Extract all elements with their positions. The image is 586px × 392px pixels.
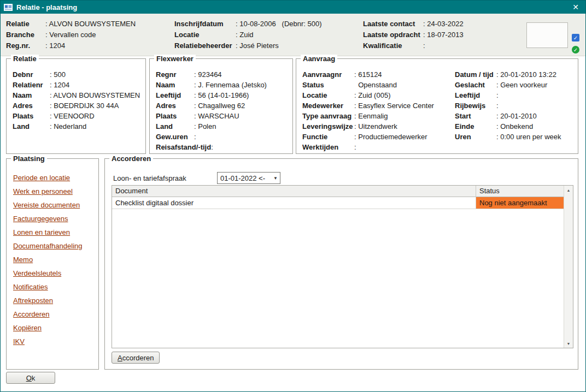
loon-tariefafspraak-select[interactable]: 01-01-2022 <- ▼ (217, 172, 280, 184)
header-field: Inschrijfdatum: 10-08-2006 (Debnr: 500) (174, 19, 322, 29)
ok-button[interactable]: Ok (6, 372, 55, 384)
column-header-status[interactable]: Status (476, 186, 564, 197)
selected-option: 01-01-2022 <- (218, 174, 271, 182)
header-field: Branche: Vervallen code (6, 29, 136, 40)
field-label: Relatiebeheerder (174, 40, 236, 51)
field-label: Plaats (13, 111, 50, 121)
field-label: Laatste contact (363, 19, 423, 29)
plaatsing-link-vereiste-documenten[interactable]: Vereiste documenten (13, 201, 98, 209)
field-value: : Polen (194, 122, 216, 130)
table-row[interactable]: Checklist digitaal dossier Nog niet aang… (112, 197, 564, 209)
chevron-down-icon: ▼ (271, 176, 280, 181)
field-value: : ALVON BOUWSYSTEMEN (50, 91, 140, 99)
field-row: Medewerker: Easyflex Service Center (302, 100, 434, 111)
field-row: Status Openstaand (302, 80, 434, 90)
document-table: Document Status Checklist digitaal dossi… (112, 185, 573, 348)
field-label: Locatie (174, 29, 236, 40)
relatie-fields: Debnr: 500 Relatienr: 1204 Naam: ALVON B… (7, 59, 145, 132)
plaatsing-link-periode-en-locatie[interactable]: Periode en locatie (13, 174, 98, 181)
field-row: Naam: J. Fennemaa (Jetsko) (156, 80, 288, 90)
field-row: Leeftijd: 56 (14-01-1966) (156, 90, 288, 100)
field-label: Start (455, 111, 496, 121)
field-row: Relatienr: 1204 (13, 80, 141, 90)
field-value: : 615124 (354, 70, 382, 79)
plaatsing-link-kopieren[interactable]: Kopiëren (13, 324, 98, 331)
plaatsing-link-notificaties[interactable]: Notificaties (13, 283, 98, 290)
plaatsing-link-aftrekposten[interactable]: Aftrekposten (13, 297, 98, 304)
plaatsing-link-verdeelsleutels[interactable]: Verdeelsleutels (13, 270, 98, 277)
field-label: Regnr (156, 69, 194, 80)
field-label: Gew.uren (156, 132, 194, 142)
field-label: Land (13, 121, 50, 132)
field-label: Branche (6, 29, 45, 40)
dialog-relatie-plaatsing: Relatie - plaatsing ✕ Relatie: ALVON BOU… (0, 0, 586, 392)
field-row: Regnr: 923464 (156, 69, 288, 80)
plaatsing-link-memo[interactable]: Memo (13, 256, 98, 263)
flexwerker-fields: Regnr: 923464 Naam: J. Fennemaa (Jetsko)… (150, 59, 292, 152)
field-label: Relatienr (13, 80, 50, 90)
vertical-scrollbar[interactable]: ▲ ▼ (564, 186, 573, 348)
field-label: Plaats (156, 111, 194, 121)
plaatsing-link-documentafhandeling[interactable]: Documentafhandeling (13, 242, 98, 250)
field-label: Leveringswijze (302, 121, 354, 132)
field-row: Locatie: Zuid (005) (302, 90, 434, 100)
field-label: Type aanvraag (302, 111, 354, 121)
group-flexwerker: Flexwerker Regnr: 923464 Naam: J. Fennem… (149, 58, 293, 154)
field-value: : (496, 102, 499, 110)
group-accorderen: Accorderen Loon- en tariefafspraak 01-01… (104, 158, 578, 370)
field-value: : Zuid (005) (354, 91, 390, 99)
field-value: : 20-01-2010 (496, 112, 537, 120)
field-row: Plaats: WARSCHAU (156, 111, 288, 121)
accorderen-button[interactable]: Accorderen (112, 352, 160, 364)
field-value: : Zuid (236, 31, 254, 39)
field-value: : Geen voorkeur (496, 81, 547, 89)
field-row: Rijbewijs: (455, 100, 561, 111)
field-label: Status (302, 80, 354, 90)
green-check-icon[interactable]: ✓ (572, 46, 579, 54)
field-label: Functie (302, 132, 354, 142)
button-label: Ok (12, 373, 49, 383)
relation-summary-header: Relatie: ALVON BOUWSYSTEMEN Branche: Ver… (1, 14, 585, 56)
field-value: : 56 (14-01-1966) (194, 91, 249, 99)
titlebar: Relatie - plaatsing ✕ (1, 1, 585, 14)
aanvraag-right-fields: Datum / tijd: 20-01-2010 13:22 Geslacht:… (455, 69, 561, 142)
fieldset-legend: Plaatsing (11, 155, 47, 163)
field-label: Reg.nr. (6, 40, 45, 51)
field-value: : Productiemedewerker (354, 133, 427, 141)
photo-placeholder (526, 22, 568, 48)
field-value: : 0:00 uren per week (496, 133, 561, 141)
field-value: : (194, 133, 196, 141)
plaatsing-link-accorderen[interactable]: Accorderen (13, 311, 98, 318)
loon-tariefafspraak-label: Loon- en tariefafspraak (113, 174, 186, 182)
field-label: Geslacht (455, 80, 496, 90)
field-row: Functie: Productiemedewerker (302, 132, 434, 142)
field-value: : VEENOORD (50, 112, 95, 120)
field-label: Adres (156, 100, 194, 111)
plaatsing-link-werk-en-personeel[interactable]: Werk en personeel (13, 188, 98, 195)
field-row: Naam: ALVON BOUWSYSTEMEN (13, 90, 141, 100)
field-value: : Uitzendwerk (354, 122, 397, 130)
plaatsing-link-lonen-en-tarieven[interactable]: Lonen en tarieven (13, 229, 98, 236)
field-value: : 500 (50, 70, 66, 79)
plaatsing-link-ikv[interactable]: IKV (13, 338, 98, 345)
field-row: Werktijden: (302, 142, 434, 152)
cell-document[interactable]: Checklist digitaal dossier (112, 197, 476, 209)
field-value: : 1204 (45, 41, 65, 50)
field-row: Aanvraagnr: 615124 (302, 69, 434, 80)
close-icon[interactable]: ✕ (572, 3, 579, 11)
aanvraag-left-fields: Aanvraagnr: 615124 Status Openstaand Loc… (302, 69, 434, 152)
field-label: Werktijden (302, 142, 354, 152)
column-header-document[interactable]: Document (112, 186, 476, 197)
scroll-down-icon[interactable]: ▼ (564, 339, 573, 348)
field-row: Land: Nederland (13, 121, 141, 132)
window-title: Relatie - plaatsing (16, 3, 77, 11)
field-row: Start: 20-01-2010 (455, 111, 561, 121)
scroll-up-icon[interactable]: ▲ (564, 186, 573, 194)
header-field: Relatie: ALVON BOUWSYSTEMEN (6, 19, 136, 29)
field-value: : 1204 (50, 81, 69, 89)
plaatsing-link-factuurgegevens[interactable]: Factuurgegevens (13, 215, 98, 222)
field-label: Datum / tijd (455, 69, 496, 80)
blue-check-icon[interactable]: ✓ (572, 34, 579, 41)
group-plaatsing: Plaatsing Periode en locatie Werk en per… (6, 158, 99, 370)
field-label: Debnr (13, 69, 50, 80)
